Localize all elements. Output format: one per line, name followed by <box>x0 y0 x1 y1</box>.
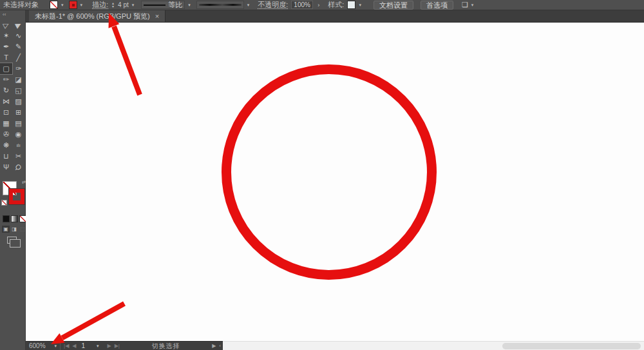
scale-tool-icon: ◱ <box>15 87 21 94</box>
paint-mode-buttons <box>3 215 26 222</box>
style-chevron-icon[interactable]: ▾ <box>359 0 361 10</box>
brush-definition-chevron-icon[interactable]: ▾ <box>247 0 250 10</box>
stroke-weight-value[interactable]: 4 pt <box>118 1 129 8</box>
blend-tool[interactable]: ◉ <box>12 129 24 140</box>
style-swatch[interactable] <box>347 1 355 9</box>
last-artboard-icon[interactable]: ▶| <box>115 343 120 349</box>
zoom-level-chevron-icon[interactable]: ▾ <box>55 341 57 350</box>
lasso-tool[interactable]: ∿ <box>12 30 24 41</box>
eraser-tool[interactable]: ◪ <box>12 74 24 85</box>
free-transform-tool[interactable]: ▨ <box>12 96 24 107</box>
slice-tool-icon: ✂ <box>15 153 21 160</box>
prev-artboard-icon[interactable]: ◀ <box>72 343 76 349</box>
red-circle-shape[interactable] <box>222 64 437 280</box>
symbol-sprayer-tool[interactable]: ❋ <box>0 140 12 151</box>
mesh-tool-icon: ▦ <box>3 120 9 127</box>
line-segment-tool-icon: ╱ <box>16 54 21 61</box>
screen-mode-button[interactable] <box>7 237 17 244</box>
width-profile-chevron-icon[interactable]: ▾ <box>188 0 191 10</box>
width-profile-dropdown[interactable]: 等比 <box>141 1 185 9</box>
document-setup-button[interactable]: 文档设置 <box>374 1 413 10</box>
draw-normal-button[interactable]: ▣ <box>2 226 10 233</box>
toolbar-collapse-icon[interactable]: ‹‹ <box>0 10 25 17</box>
perspective-grid-tool[interactable]: ⊞ <box>12 107 24 118</box>
curvature-tool[interactable]: ✎ <box>12 41 24 52</box>
column-graph-tool[interactable]: ılı <box>12 140 24 151</box>
selection-status-label: 未选择对象 <box>3 0 39 10</box>
slice-tool[interactable]: ✂ <box>12 151 24 162</box>
lasso-tool-icon: ∿ <box>15 32 21 39</box>
gradient-tool[interactable]: ▤ <box>12 118 24 129</box>
magic-wand-tool[interactable]: ✶ <box>0 30 12 41</box>
stroke-indicator-swatch[interactable] <box>9 189 24 204</box>
paintbrush-tool[interactable]: ✑ <box>12 63 24 74</box>
stroke-panel-label[interactable]: 描边: <box>92 0 108 10</box>
status-back-icon[interactable]: ‹ <box>219 343 221 349</box>
width-tool-icon: ⋈ <box>3 98 10 105</box>
hand-tool[interactable]: Ψ <box>0 162 12 173</box>
opacity-label[interactable]: 不透明度: <box>258 0 288 10</box>
width-profile-preview <box>144 5 166 6</box>
next-artboard-icon[interactable]: ▶ <box>108 343 111 349</box>
pen-tool[interactable]: ✒ <box>0 41 12 52</box>
perspective-grid-tool-icon: ⊞ <box>15 109 21 116</box>
status-flyout-icon[interactable]: ▶ <box>212 343 216 349</box>
opacity-more-button[interactable]: › <box>316 2 321 8</box>
type-tool[interactable]: T <box>0 52 12 63</box>
arrange-documents-icon[interactable]: ❏ <box>462 1 468 9</box>
stroke-weight-stepper[interactable]: ▲ ▼ <box>111 1 115 10</box>
rotate-tool[interactable]: ↻ <box>0 85 12 96</box>
stroke-color-chevron-icon[interactable]: ▾ <box>80 0 83 10</box>
stroke-weight-chevron-icon[interactable]: ▾ <box>132 0 135 10</box>
brush-definition-dropdown[interactable] <box>196 1 244 9</box>
default-fill-stroke-icon[interactable] <box>1 200 7 206</box>
artboard-chevron-icon[interactable]: ▾ <box>97 341 99 350</box>
preferences-button[interactable]: 首选项 <box>421 1 453 10</box>
fill-color-swatch[interactable] <box>50 1 58 9</box>
scale-tool[interactable]: ◱ <box>12 85 24 96</box>
tab-close-icon[interactable]: × <box>155 13 159 20</box>
gradient-mode-button[interactable] <box>11 215 18 222</box>
shape-builder-tool-icon: ⊡ <box>3 109 9 116</box>
illustrator-window: 未选择对象 ▾ ▾ 描边: ▲ ▼ 4 pt ▾ 等比 ▾ ▾ 不透明度: 10… <box>0 0 644 350</box>
draw-behind-button[interactable]: ◨ <box>10 226 18 233</box>
eyedropper-tool[interactable]: ✇ <box>0 129 12 140</box>
width-profile-value: 等比 <box>168 0 182 10</box>
status-hint-text: 切换选择 <box>123 342 209 350</box>
direct-selection-tool[interactable]: ▶ <box>12 19 24 30</box>
tools-panel: ‹‹ ▷▶✶∿✒✎T╱▢✑✏◪↻◱⋈▨⊡⊞▦▤✇◉❋ılı⊔✂ΨϘ ⇄ ▣ ◨ … <box>0 10 26 350</box>
width-tool[interactable]: ⋈ <box>0 96 12 107</box>
eraser-tool-icon: ◪ <box>15 76 21 83</box>
artboard-number-field[interactable]: 1 <box>79 342 87 349</box>
direct-selection-tool-icon: ▶ <box>14 21 23 30</box>
rectangle-tool[interactable]: ▢ <box>0 63 12 74</box>
pencil-tool[interactable]: ✏ <box>0 74 12 85</box>
line-segment-tool[interactable]: ╱ <box>12 52 24 63</box>
column-graph-tool-icon: ılı <box>16 142 20 149</box>
opacity-input[interactable]: 100% <box>291 1 313 9</box>
zoom-tool[interactable]: Ϙ <box>12 162 24 173</box>
color-mode-button[interactable] <box>3 215 10 222</box>
zoom-level-dropdown[interactable]: 600% ▾ <box>28 342 61 350</box>
status-bar: 600% ▾ |◀ ◀ 1 ▾ ▶ ▶| 切换选择 ▶ ‹ <box>26 341 223 350</box>
artboard-tool[interactable]: ⊔ <box>0 151 12 162</box>
tool-grid: ▷▶✶∿✒✎T╱▢✑✏◪↻◱⋈▨⊡⊞▦▤✇◉❋ılı⊔✂ΨϘ <box>0 19 25 173</box>
mesh-tool[interactable]: ▦ <box>0 118 12 129</box>
arrange-documents-chevron-icon[interactable]: ▾ <box>471 0 474 10</box>
horizontal-scrollbar[interactable] <box>223 341 644 350</box>
stepper-down-icon[interactable]: ▼ <box>111 5 115 8</box>
shape-builder-tool[interactable]: ⊡ <box>0 107 12 118</box>
symbol-sprayer-tool-icon: ❋ <box>3 142 9 149</box>
first-artboard-icon[interactable]: |◀ <box>64 343 69 349</box>
style-label: 样式: <box>328 0 344 10</box>
zoom-level-value: 600% <box>29 342 46 349</box>
selection-tool[interactable]: ▷ <box>0 19 12 30</box>
horizontal-scrollbar-thumb[interactable] <box>502 343 641 349</box>
control-bar: 未选择对象 ▾ ▾ 描边: ▲ ▼ 4 pt ▾ 等比 ▾ ▾ 不透明度: 10… <box>0 0 644 10</box>
fill-color-chevron-icon[interactable]: ▾ <box>61 0 64 10</box>
magic-wand-tool-icon: ✶ <box>3 32 9 39</box>
canvas-area[interactable] <box>26 23 644 341</box>
rectangle-tool-icon: ▢ <box>3 65 9 72</box>
stroke-color-swatch[interactable] <box>69 1 77 9</box>
document-tab[interactable]: 未标题-1* @ 600% (RGB/GPU 预览) × <box>29 10 166 22</box>
